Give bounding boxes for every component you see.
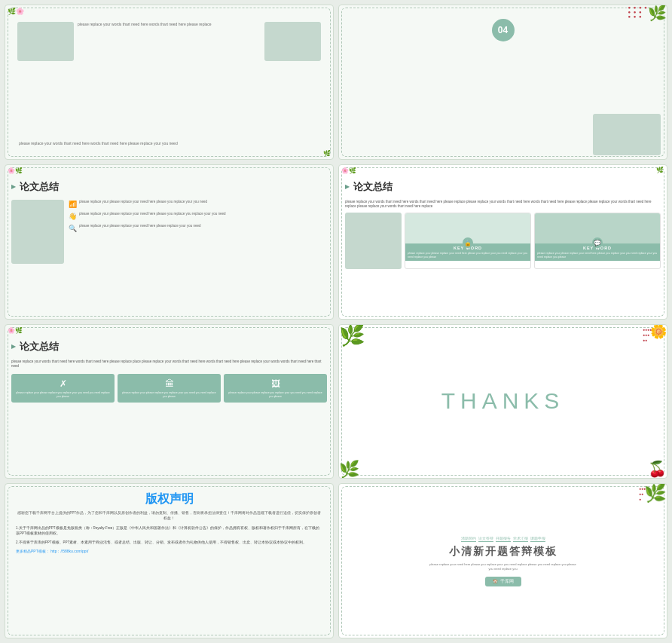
slide-8: 🌿 ●●●●●● 清新简约 论文答辩 开题报告 学术汇报 课题申报 小清新开题答…: [338, 483, 667, 638]
slide-5-title: 论文总结: [20, 340, 59, 354]
slide-1-content: please replace your words thart need her…: [11, 11, 327, 153]
slide-4-title: 论文总结: [353, 180, 393, 194]
slide-7-link: 更多精品PPT模板： http：//588ku.com/ppt/: [16, 549, 322, 553]
slide-5: 🌸🌿 ▶ 论文总结 please replace your words thar…: [5, 324, 334, 479]
slide-4-cards: 🔒 KEY WORD please replace your please re…: [345, 213, 661, 269]
slide-1-text-1: please replace your words thart need her…: [78, 22, 261, 28]
slide-7: 版权声明 感谢您下载千库网平台上提供的PPT作品，为了您和千库网以及原创作者的利…: [5, 483, 334, 638]
slide-7-link-label: 更多精品PPT模板：: [16, 549, 50, 553]
slide-6-corner-bl: 🌿: [339, 461, 359, 478]
slide-7-intro: 感谢您下载千库网平台上提供的PPT作品，为了您和千库网以及原创作者的利益，请勿复…: [16, 511, 322, 522]
slide-4-card-1-text: please replace your please replace your …: [408, 252, 528, 259]
slide-4-leaf-r: 🌿: [656, 167, 664, 173]
block-3-icon: 🖼: [271, 378, 280, 389]
block-2-icon: 🏛: [165, 378, 174, 389]
block-3-text: please replace your please replace you r…: [227, 391, 324, 398]
leaf-decoration-tr: 🌿: [648, 5, 667, 20]
slide-8-badge-text: 千库网: [500, 579, 514, 584]
slide-8-red-dots: ●●●●●●: [639, 486, 646, 502]
slide-5-block-1: ✗ please replace your please replace you…: [11, 374, 115, 403]
block-1-text: please replace your please replace you r…: [14, 391, 111, 398]
chat-icon: 💬: [592, 237, 603, 248]
slide-7-rule2: 2.不得将于库库的PPT模板、PPT素材、本素用于商业活售、或者总结、出版、转让…: [16, 540, 322, 545]
slide-5-blocks: ✗ please replace your please replace you…: [11, 374, 327, 403]
search-icon: 🔍: [69, 225, 77, 232]
slide-6-flower-tr: 🌼: [650, 325, 667, 338]
slide-8-subtitles: 清新简约 论文答辩 开题报告 学术汇报 课题申报: [461, 536, 545, 542]
slide-2: 🌿 ● ● ● ●● ● ●● ● ● 04: [338, 5, 667, 160]
slide-3-item-1-text: please replace your please replace your …: [79, 200, 207, 204]
slide-4-card-2: 💬 KEY WORD please replace your please re…: [534, 213, 661, 269]
slide-3-leaf: 🌸🌿: [8, 167, 23, 174]
slide-8-sub-4: 学术汇报: [513, 536, 528, 542]
slide-7-link-url: http：//588ku.com/ppt/: [50, 549, 88, 553]
slide-8-body: please replace your need here please you…: [428, 562, 579, 571]
slide-6: 🌿 🌿 🌼 ●●●●●●●●● 🍒 THANKS: [338, 324, 667, 479]
slide-5-header: ▶ 论文总结: [11, 340, 327, 354]
slide-3-items: 📶 please replace your please replace you…: [69, 200, 327, 264]
wifi-icon: 📶: [69, 201, 77, 208]
slide-2-number-container: 04: [492, 19, 515, 41]
red-dots-tr: ● ● ● ●● ● ●● ● ●: [628, 5, 649, 19]
slide-3-title-icon: ▶: [11, 183, 16, 190]
slide-4-leaf: 🌸🌿: [341, 167, 356, 174]
slide-3-item-1: 📶 please replace your please replace you…: [69, 200, 327, 208]
slide-8-main-title: 小清新开题答辩模板: [449, 545, 557, 559]
lock-icon: 🔒: [463, 237, 473, 248]
slide-4-header-text: please replace your words thart need her…: [345, 200, 661, 210]
slide-1-bottom-text: please replace your words thart need her…: [17, 141, 321, 147]
slide-5-leaf: 🌸🌿: [8, 327, 23, 334]
slide-2-number: 04: [492, 19, 515, 41]
slide-4-title-icon: ▶: [345, 183, 350, 190]
slide-3-item-3-text: please replace your please replace your …: [79, 224, 201, 228]
slide-7-title: 版权声明: [16, 491, 322, 507]
slide-8-sub-1: 清新简约: [461, 536, 476, 542]
slide-3-image: [11, 200, 64, 264]
slide-3-title: 论文总结: [20, 180, 59, 194]
slide-5-body: please replace your words thart need her…: [11, 360, 327, 370]
slide-5-block-2: 🏛 please replace your please replace you…: [118, 374, 221, 403]
slide-3: 🌸🌿 ▶ 论文总结 📶 please replace your please r…: [5, 164, 334, 320]
slide-4-header: ▶ 论文总结: [345, 180, 661, 194]
slide-4: 🌸🌿 🌿 ▶ 论文总结 please replace your words th…: [338, 164, 667, 320]
slide-6-corner-tl: 🌿: [339, 325, 365, 346]
slide-1-image-left: [17, 22, 74, 61]
slide-1-text-center: please replace your words thart need her…: [78, 22, 261, 28]
thanks-text: THANKS: [441, 388, 565, 414]
slide-8-sub-3: 开题报告: [496, 536, 511, 542]
slide-5-block-3: 🖼 please replace your please replace you…: [224, 374, 327, 403]
block-1-icon: ✗: [60, 378, 67, 389]
slide-3-content: 📶 please replace your please replace you…: [11, 200, 327, 264]
block-2-text: please replace your please replace you r…: [121, 391, 218, 398]
slide-8-sub-2: 论文答辩: [478, 536, 493, 542]
slide-8-plant-tr: 🌿: [644, 484, 667, 502]
slide-6-corner-br: 🍒: [648, 460, 667, 478]
slide-8-badge: 🏠 千库网: [485, 577, 521, 586]
slide-3-item-3: 🔍 please replace your please replace you…: [69, 224, 327, 232]
home-icon: 🏠: [493, 579, 498, 583]
hand-icon: 👋: [69, 213, 77, 220]
slide-1-image-right: [264, 22, 321, 61]
slide-6-red-dots: ●●●●●●●●●: [643, 327, 652, 343]
slide-4-card-1: 🔒 KEY WORD please replace your please re…: [405, 213, 531, 269]
slide-7-rule1: 1.关于千库网出品的PPT模板是免版税类（称：Royalty-Free）正版是《…: [16, 525, 322, 536]
slide-3-header: ▶ 论文总结: [11, 180, 327, 194]
slide-5-title-icon: ▶: [11, 343, 16, 350]
slide-1-top: please replace your words thart need her…: [17, 22, 321, 138]
slide-8-sub-5: 课题申报: [530, 536, 545, 542]
slide-3-item-2-text: please replace your please replace your …: [79, 212, 226, 216]
slide-3-item-2: 👋 please replace your please replace you…: [69, 212, 327, 220]
slide-1: 🌿🌸 🌿 please replace your words thart nee…: [5, 5, 334, 160]
slide-4-main-image: [345, 213, 402, 269]
slide-4-card-2-text: please replace your please replace your …: [537, 252, 658, 259]
slide-2-bottom-img: [593, 114, 661, 155]
